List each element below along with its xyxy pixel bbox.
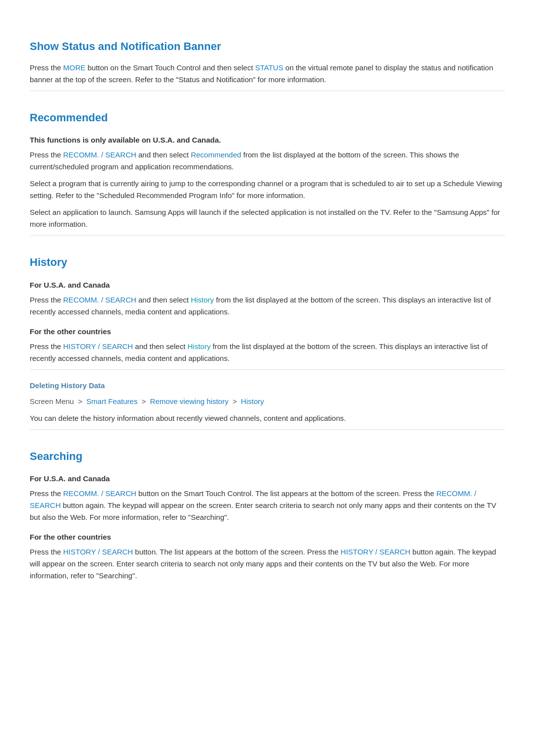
history-search-keyword-3: HISTORY / SEARCH xyxy=(341,548,411,556)
divider-2 xyxy=(30,235,505,236)
history-usa-label: For U.S.A. and Canada xyxy=(30,279,505,291)
breadcrumb-item-1: Smart Features xyxy=(86,397,137,405)
history-section: History For U.S.A. and Canada Press the … xyxy=(30,253,505,364)
show-status-text-2: button on the Smart Touch Control and th… xyxy=(86,63,255,72)
recommended-subtitle: This functions is only available on U.S.… xyxy=(30,134,505,146)
rec-p1-text2: and then select xyxy=(136,151,191,159)
history-keyword-1: History xyxy=(191,296,214,304)
show-status-title: Show Status and Notification Banner xyxy=(30,38,505,55)
recommended-title: Recommended xyxy=(30,109,505,126)
divider-4 xyxy=(30,429,505,430)
show-status-section: Show Status and Notification Banner Pres… xyxy=(30,38,505,86)
breadcrumb-item-2: Remove viewing history xyxy=(150,397,228,405)
breadcrumb: Screen Menu > Smart Features > Remove vi… xyxy=(30,396,505,407)
deleting-body: You can delete the history information a… xyxy=(30,412,505,424)
history-title: History xyxy=(30,253,505,271)
searching-title: Searching xyxy=(30,448,505,465)
recommended-para-3: Select an application to launch. Samsung… xyxy=(30,206,505,230)
search-other-text2: button. The list appears at the bottom o… xyxy=(133,548,340,556)
search-other-text1: Press the xyxy=(30,548,63,556)
chevron-icon-1: > xyxy=(78,397,84,405)
history-search-keyword-2: HISTORY / SEARCH xyxy=(63,548,133,556)
searching-usa-para: Press the RECOMM. / SEARCH button on the… xyxy=(30,488,505,523)
breadcrumb-item-3: History xyxy=(241,397,264,405)
hist-usa-text2: and then select xyxy=(136,296,191,304)
history-keyword-2: History xyxy=(187,342,211,351)
recommended-keyword: Recommended xyxy=(191,151,241,159)
recommended-para-1: Press the RECOMM. / SEARCH and then sele… xyxy=(30,149,505,173)
search-usa-text3: button again. The keypad will appear on … xyxy=(30,501,496,521)
history-other-label: For the other countries xyxy=(30,326,505,338)
show-status-para: Press the MORE button on the Smart Touch… xyxy=(30,62,505,86)
divider-1 xyxy=(30,91,505,91)
show-status-text-1: Press the xyxy=(30,63,63,72)
history-search-keyword-1: HISTORY / SEARCH xyxy=(63,342,133,351)
rec-p1-text1: Press the xyxy=(30,151,63,159)
history-other-para: Press the HISTORY / SEARCH and then sele… xyxy=(30,341,505,364)
recomm-search-keyword-1: RECOMM. / SEARCH xyxy=(63,151,137,159)
hist-usa-text1: Press the xyxy=(30,296,63,304)
recomm-search-keyword-3: RECOMM. / SEARCH xyxy=(63,489,137,498)
search-usa-text1: Press the xyxy=(30,489,63,498)
searching-other-label: For the other countries xyxy=(30,531,505,543)
chevron-icon-2: > xyxy=(140,397,148,405)
breadcrumb-prefix: Screen Menu xyxy=(30,397,74,405)
deleting-title: Deleting History Data xyxy=(30,380,505,392)
deleting-section: Deleting History Data Screen Menu > Smar… xyxy=(30,380,505,424)
hist-other-text2: and then select xyxy=(133,342,187,351)
search-usa-text2: button on the Smart Touch Control. The l… xyxy=(136,489,436,498)
divider-3 xyxy=(30,369,505,370)
searching-usa-label: For U.S.A. and Canada xyxy=(30,473,505,485)
recommended-section: Recommended This functions is only avail… xyxy=(30,109,505,230)
more-keyword: MORE xyxy=(63,63,86,72)
recommended-para-2: Select a program that is currently airin… xyxy=(30,178,505,202)
searching-section: Searching For U.S.A. and Canada Press th… xyxy=(30,448,505,582)
history-usa-para: Press the RECOMM. / SEARCH and then sele… xyxy=(30,294,505,318)
status-keyword: STATUS xyxy=(255,63,283,72)
hist-other-text1: Press the xyxy=(30,342,63,351)
searching-other-para: Press the HISTORY / SEARCH button. The l… xyxy=(30,546,505,582)
chevron-icon-3: > xyxy=(230,397,239,405)
recomm-search-keyword-2: RECOMM. / SEARCH xyxy=(63,296,137,304)
